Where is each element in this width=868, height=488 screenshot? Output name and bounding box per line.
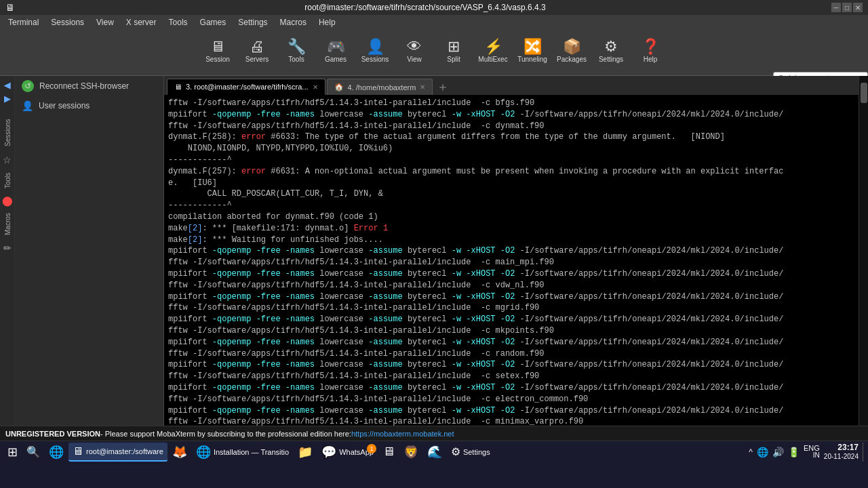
browser1-icon: 🌐 (49, 445, 64, 460)
tool-settings[interactable]: ⚙ Settings (593, 33, 629, 69)
tool-packages[interactable]: 📦 Packages (554, 33, 589, 69)
user-sessions-item[interactable]: 👤 User sessions (15, 96, 163, 115)
term-line-1: mpiifort -qopenmp -free -names lowercase… (168, 109, 854, 121)
sidebar-nav-right[interactable]: ▶ (1, 92, 14, 106)
sidebar-red-icon[interactable]: ⬤ (1, 194, 14, 207)
tool-sessions[interactable]: 👤 Sessions (357, 33, 393, 69)
network-icon[interactable]: 🌐 (757, 447, 768, 458)
close-button[interactable]: ✕ (853, 3, 863, 12)
eng-lang[interactable]: ENG IN (804, 445, 820, 459)
sidebar-edit-icon[interactable]: ✏ (1, 241, 14, 255)
term-line-0: fftw -I/software/apps/tifrh/hdf5/1.14.3-… (168, 98, 854, 109)
menu-macros[interactable]: Macros (275, 16, 312, 28)
terminal-taskbar-label: root@imaster:/software (86, 447, 163, 455)
tool-servers[interactable]: 🖨 Servers (239, 33, 275, 69)
firefox-icon: 🦊 (172, 445, 187, 460)
sessions-icon: 👤 (366, 39, 384, 54)
main-area: ◀ ▶ Sessions ☆ Tools ⬤ Macros ✏ ↺ Reconn… (0, 76, 868, 426)
left-panel: ↺ Reconnect SSH-browser 👤 User sessions (15, 76, 164, 426)
term-line-18: fftw -I/software/apps/tifrh/hdf5/1.14.3-… (168, 302, 854, 314)
menu-xserver[interactable]: X server (121, 16, 162, 28)
show-desktop-icon[interactable] (863, 443, 865, 462)
tool-tools[interactable]: 🔧 Tools (279, 33, 314, 69)
terminal-container: 🖥 3. root@imaster:/software/tifrh/scra..… (164, 76, 859, 426)
term-line-13: mpiifort -qopenmp -free -names lowercase… (168, 245, 854, 257)
term-line-15: mpiifort -qopenmp -free -names lowercase… (168, 268, 854, 280)
statusbar: UNREGISTERED VERSION - Please support Mo… (0, 426, 868, 441)
whatsapp-icon: 💬 (321, 445, 336, 460)
sidebar-sessions-tab[interactable]: Sessions (1, 113, 14, 153)
menu-sessions[interactable]: Sessions (45, 16, 90, 28)
tool-session[interactable]: 🖥 Session (200, 33, 235, 69)
menu-games[interactable]: Games (195, 16, 232, 28)
menu-view[interactable]: View (91, 16, 119, 28)
term-line-22: fftw -I/software/apps/tifrh/hdf5/1.14.3-… (168, 348, 854, 360)
terminal[interactable]: fftw -I/software/apps/tifrh/hdf5/1.14.3-… (164, 95, 859, 426)
volume-icon[interactable]: 🔊 (772, 447, 784, 458)
user-sessions-icon: 👤 (22, 100, 33, 111)
chrome-button[interactable]: 🌐 Installation — Transitio (192, 443, 293, 462)
settings-taskbar-icon: ⚙ (451, 445, 460, 458)
term-line-12: make[2]: *** Waiting for unfinished jobs… (168, 235, 854, 246)
menu-terminal[interactable]: Terminal (3, 16, 44, 28)
tab-2[interactable]: 🏠 4. /home/mobaxterm ✕ (327, 79, 433, 95)
tool-multiexec[interactable]: ⚡ MultiExec (475, 33, 511, 69)
tool-view[interactable]: 👁 View (397, 33, 432, 69)
clock[interactable]: 23:17 20-11-2024 (824, 443, 859, 460)
tool-help[interactable]: ❓ Help (633, 33, 668, 69)
brave-button[interactable]: 🦁 (399, 443, 422, 462)
sidebar-tools-tab[interactable]: Tools (1, 167, 14, 194)
unregistered-label: UNREGISTERED VERSION (5, 430, 100, 438)
tab-add-button[interactable]: ＋ (434, 79, 452, 95)
menu-settings[interactable]: Settings (233, 16, 273, 28)
chevron-up-icon[interactable]: ^ (749, 447, 753, 457)
term-line-19: mpiifort -qopenmp -free -names lowercase… (168, 314, 854, 325)
menu-help[interactable]: Help (313, 16, 341, 28)
search-button[interactable]: 🔍 (22, 443, 44, 462)
tab-1-close[interactable]: ✕ (313, 83, 318, 91)
packages-icon: 📦 (563, 39, 581, 54)
multiexec-icon: ⚡ (484, 39, 502, 54)
installation-label: Installation — Transitio (214, 448, 289, 456)
help-icon: ❓ (642, 39, 660, 54)
term-line-21: mpiifort -qopenmp -free -names lowercase… (168, 337, 854, 348)
terminal-taskbar-button[interactable]: 🖥 root@imaster:/software (68, 443, 167, 462)
whatsapp-button[interactable]: 💬 WhatsApp 1 (317, 443, 378, 462)
tab-2-icon: 🏠 (334, 83, 344, 92)
menu-tools[interactable]: Tools (163, 16, 193, 28)
term-line-3: dynmat.F(258): error #6633: The type of … (168, 131, 854, 143)
reconnect-ssh-browser[interactable]: ↺ Reconnect SSH-browser (15, 76, 163, 96)
session-icon: 🖥 (210, 39, 225, 54)
term-line-16: fftw -I/software/apps/tifrh/hdf5/1.14.3-… (168, 280, 854, 291)
settings-taskbar-label: Settings (463, 448, 490, 456)
tab-2-close[interactable]: ✕ (420, 83, 425, 91)
start-button[interactable]: ⊞ (3, 443, 22, 462)
status-link[interactable]: https://mobaxterm.mobatek.net (351, 430, 454, 438)
tool-tunneling[interactable]: 🔀 Tunneling (515, 33, 550, 69)
edge-button[interactable]: 🌊 (423, 443, 446, 462)
sidebar-nav-left[interactable]: ◀ (1, 79, 14, 92)
taskbar-tray: ^ 🌐 🔊 🔋 ENG IN 23:17 20-11-2024 (749, 443, 865, 462)
browser-button-1[interactable]: 🌐 (45, 443, 68, 462)
minimize-button[interactable]: ─ (831, 3, 841, 12)
tabs-bar: 🖥 3. root@imaster:/software/tifrh/scra..… (164, 76, 859, 95)
settings-taskbar-button[interactable]: ⚙ Settings (447, 443, 494, 462)
sidebar-macros-tab[interactable]: Macros (1, 207, 14, 241)
battery-icon[interactable]: 🔋 (788, 447, 800, 458)
term-line-24: fftw -I/software/apps/tifrh/hdf5/1.14.3-… (168, 371, 854, 382)
term-line-23: mpiifort -qopenmp -free -names lowercase… (168, 359, 854, 371)
maximize-button[interactable]: □ (842, 3, 852, 12)
scrollbar-thumb[interactable] (861, 83, 867, 103)
sidebar-star-icon[interactable]: ☆ (1, 153, 14, 167)
files-button[interactable]: 📁 (294, 443, 317, 462)
monitor-button[interactable]: 🖥 (378, 443, 399, 462)
term-line-8: CALL RD_POSCAR(LATT_CUR, T_I, DYN, & (168, 188, 854, 200)
tab-1[interactable]: 🖥 3. root@imaster:/software/tifrh/scra..… (167, 79, 326, 95)
tool-games[interactable]: 🎮 Games (318, 33, 353, 69)
firefox-button[interactable]: 🦊 (168, 443, 191, 462)
tool-split[interactable]: ⊞ Split (436, 33, 471, 69)
term-line-11: make[2]: *** [makefile:171: dynmat.o] Er… (168, 223, 854, 235)
scrollbar[interactable] (859, 76, 868, 426)
term-line-4: NIOND,NIONPD, NTYPD,NTYPPD,IO%IU0, IO%iu… (168, 143, 854, 155)
windows-icon: ⊞ (7, 445, 18, 460)
